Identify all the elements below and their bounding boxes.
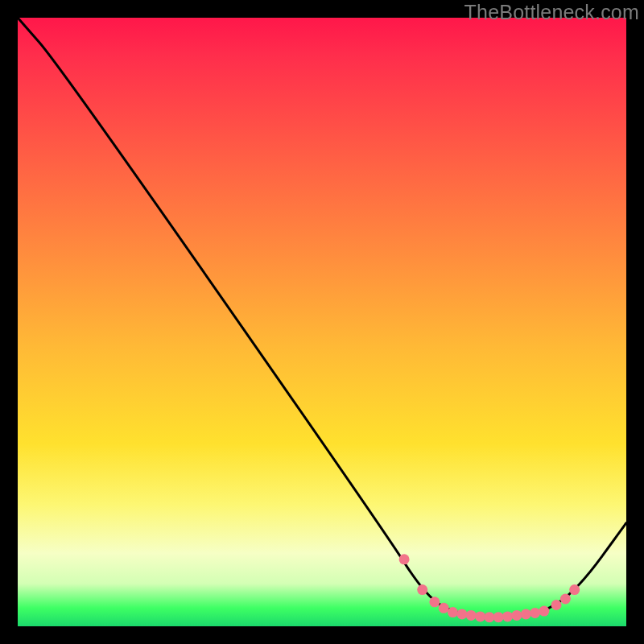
curve-marker — [560, 594, 571, 605]
curve-marker — [511, 610, 522, 621]
curve-marker — [448, 607, 458, 617]
curve-marker — [493, 612, 504, 622]
chart-overlay — [18, 18, 626, 626]
curve-marker — [484, 612, 494, 622]
curve-marker — [521, 609, 531, 619]
curve-marker — [539, 606, 549, 617]
chart-frame: TheBottleneck.com — [0, 0, 644, 644]
curve-marker — [502, 611, 513, 621]
curve-marker — [551, 600, 562, 610]
curve-marker — [475, 611, 485, 621]
curve-marker — [429, 597, 440, 607]
curve-marker — [399, 554, 410, 564]
curve-marker — [466, 610, 477, 621]
bottleneck-curve — [18, 18, 626, 617]
curve-marker — [456, 609, 467, 619]
watermark-text: TheBottleneck.com — [464, 1, 639, 24]
curve-marker — [569, 584, 580, 595]
curve-marker — [439, 603, 449, 613]
curve-marker — [530, 608, 540, 618]
curve-markers — [399, 554, 580, 622]
curve-marker — [417, 584, 427, 595]
